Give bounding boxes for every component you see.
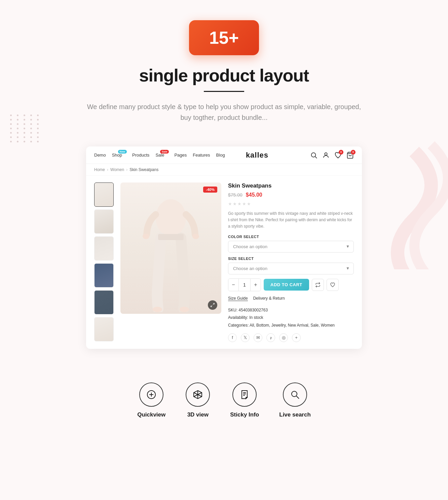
svg-line-19: [296, 396, 299, 399]
thumbnail-6[interactable]: [94, 317, 114, 341]
svg-rect-5: [158, 234, 184, 240]
svg-point-7: [192, 234, 199, 239]
breadcrumb-home[interactable]: Home: [94, 167, 105, 172]
cart-count: 0: [351, 150, 356, 155]
thumbnail-4[interactable]: [94, 263, 114, 288]
add-to-cart-button[interactable]: ADD TO CART: [264, 279, 309, 291]
svg-line-10: [213, 303, 214, 305]
feature-sticky-info: Sticky Info: [230, 382, 259, 418]
account-icon[interactable]: [322, 152, 330, 159]
new-badge: New: [118, 150, 127, 154]
product-demo-card: Demo Shop New Products Sale Sale Pages F…: [86, 146, 362, 349]
product-categories: Categories: All, Bottom, Jewellry, New A…: [228, 322, 354, 329]
product-price: $75.00 $45.00: [228, 192, 354, 198]
product-rating: ★ ★ ★ ★ ★: [228, 201, 354, 206]
cart-icon[interactable]: 0: [346, 152, 354, 159]
size-select-wrap: Choose an option ▼: [228, 263, 354, 274]
messenger-share-icon[interactable]: ◎: [279, 333, 288, 342]
wishlist-icon[interactable]: 0: [334, 152, 342, 159]
delivery-return-link[interactable]: Delivery & Return: [253, 296, 285, 301]
product-sku: SKU: 4540383002763: [228, 306, 354, 314]
svg-line-1: [315, 157, 317, 158]
feature-3d-view: 3D view: [186, 382, 210, 418]
quantity-control: − +: [228, 278, 261, 291]
svg-point-4: [156, 199, 186, 236]
facebook-share-icon[interactable]: f: [228, 333, 237, 342]
nav-link-shop[interactable]: Shop New: [112, 153, 122, 158]
thumbnail-2[interactable]: [94, 209, 114, 234]
breadcrumb-women[interactable]: Women: [110, 167, 124, 172]
color-select-label: COLOR SELECT: [228, 235, 354, 239]
social-share: f 𝕏 ✉ 𝔭 ◎ +: [228, 333, 354, 342]
qty-increase-button[interactable]: +: [251, 279, 261, 291]
wishlist-count: 0: [339, 150, 343, 155]
hero-title: single product layout: [7, 65, 441, 86]
quickview-icon-wrap: [139, 382, 163, 407]
product-layout: -40%: [86, 176, 362, 349]
navbar: Demo Shop New Products Sale Sale Pages F…: [86, 146, 362, 164]
nav-link-sale[interactable]: Sale Sale: [155, 153, 164, 158]
hero-description: We define many product style & type to h…: [86, 101, 362, 123]
breadcrumb-current: Skin Sweatpans: [129, 167, 158, 172]
feature-quickview: Quickview: [137, 382, 165, 418]
nav-link-blog[interactable]: Blog: [216, 153, 225, 158]
twitter-share-icon[interactable]: 𝕏: [241, 333, 250, 342]
breadcrumb: Home › Women › Skin Sweatpans: [86, 164, 362, 176]
hero-section: 15+ single product layout We define many…: [0, 0, 448, 133]
product-meta: SKU: 4540383002763 Availability: In stoc…: [228, 306, 354, 329]
svg-point-8: [153, 307, 162, 312]
expand-button[interactable]: [208, 300, 217, 310]
product-svg: [137, 184, 204, 312]
product-links: Size Guide Delivery & Return: [228, 296, 354, 301]
sticky-info-label: Sticky Info: [230, 411, 259, 418]
thumbnail-3[interactable]: [94, 236, 114, 261]
svg-point-0: [311, 153, 316, 157]
size-select-label: SIZE SELECT: [228, 257, 354, 261]
nav-link-demo[interactable]: Demo: [94, 153, 106, 158]
product-thumbnails: [94, 182, 115, 342]
svg-line-11: [211, 305, 212, 307]
nav-icons: 0 0: [289, 152, 354, 159]
3d-view-icon-wrap: [186, 382, 210, 407]
product-info: Skin Sweatpans $75.00 $45.00 ★ ★ ★ ★ ★ G…: [227, 182, 354, 342]
more-share-icon[interactable]: +: [292, 333, 301, 342]
compare-button[interactable]: [312, 279, 324, 291]
product-price-new: $45.00: [246, 192, 262, 198]
search-icon[interactable]: [310, 152, 318, 159]
thumbnail-1[interactable]: [94, 182, 114, 207]
email-share-icon[interactable]: ✉: [254, 333, 262, 342]
pinterest-share-icon[interactable]: 𝔭: [266, 333, 275, 342]
nav-link-pages[interactable]: Pages: [174, 153, 187, 158]
color-select[interactable]: Choose an option: [228, 241, 354, 253]
nav-link-features[interactable]: Features: [193, 153, 210, 158]
wishlist-button[interactable]: [327, 279, 339, 291]
qty-decrease-button[interactable]: −: [228, 279, 238, 291]
nav-links: Demo Shop New Products Sale Sale Pages F…: [94, 153, 225, 158]
svg-point-6: [143, 234, 149, 239]
sticky-info-icon-wrap: [232, 382, 257, 407]
product-description: Go sporty this summer with this vintage …: [228, 210, 354, 230]
product-availability: Availability: In stock: [228, 314, 354, 322]
quickview-label: Quickview: [137, 411, 165, 418]
live-search-label: Live search: [279, 411, 311, 418]
add-to-cart-row: − + ADD TO CART: [228, 278, 354, 291]
live-search-icon-wrap: [283, 382, 307, 407]
product-title: Skin Sweatpans: [228, 182, 354, 189]
svg-point-9: [180, 307, 189, 312]
thumbnail-5[interactable]: [94, 290, 114, 314]
size-guide-link[interactable]: Size Guide: [228, 296, 248, 301]
nav-link-products[interactable]: Products: [132, 153, 149, 158]
hero-divider: [204, 91, 244, 92]
svg-point-2: [325, 153, 327, 155]
color-select-wrap: Choose an option ▼: [228, 241, 354, 253]
features-row: Quickview 3D view Sticky Info: [0, 366, 448, 438]
quantity-input[interactable]: [238, 279, 251, 291]
nav-logo: kalles: [225, 151, 290, 160]
3d-view-label: 3D view: [187, 411, 209, 418]
sale-badge: Sale: [160, 150, 169, 154]
counter-badge: 15+: [189, 20, 259, 55]
size-select[interactable]: Choose an option: [228, 263, 354, 274]
product-price-old: $75.00: [228, 192, 242, 198]
product-main-image: -40%: [120, 182, 221, 314]
wave-decoration-right: [347, 135, 448, 269]
